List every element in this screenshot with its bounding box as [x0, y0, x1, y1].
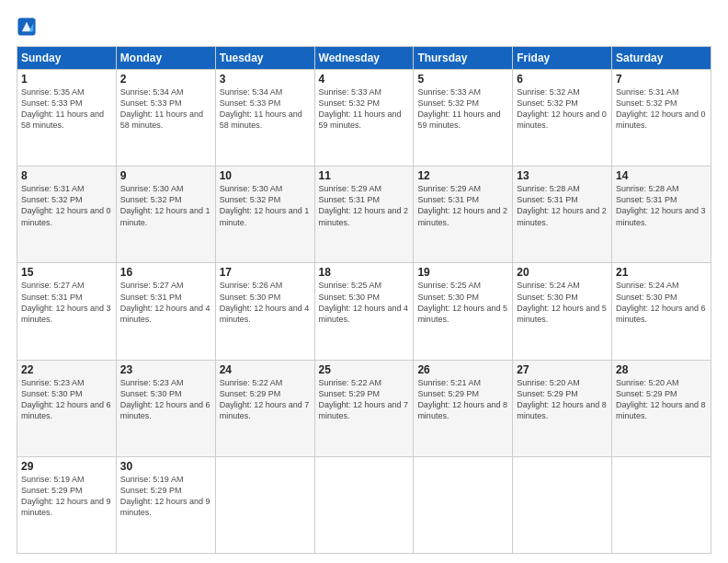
logo [17, 17, 40, 37]
day-number: 2 [120, 73, 211, 86]
calendar-week-2: 8 Sunrise: 5:31 AMSunset: 5:32 PMDayligh… [17, 167, 711, 263]
day-number: 10 [220, 169, 311, 182]
day-info: Sunrise: 5:28 AMSunset: 5:31 PMDaylight:… [517, 183, 608, 228]
day-number: 15 [21, 266, 112, 279]
day-number: 1 [21, 73, 112, 86]
calendar-cell: 24 Sunrise: 5:22 AMSunset: 5:29 PMDaylig… [215, 360, 314, 456]
day-info: Sunrise: 5:25 AMSunset: 5:30 PMDaylight:… [417, 280, 508, 325]
day-header-friday: Friday [513, 47, 612, 70]
day-info: Sunrise: 5:32 AMSunset: 5:32 PMDaylight:… [517, 86, 608, 132]
day-number: 7 [616, 73, 707, 86]
day-info: Sunrise: 5:34 AMSunset: 5:33 PMDaylight:… [220, 86, 311, 132]
day-info: Sunrise: 5:19 AMSunset: 5:29 PMDaylight:… [21, 474, 112, 519]
day-info: Sunrise: 5:22 AMSunset: 5:29 PMDaylight:… [220, 377, 311, 422]
calendar-cell [314, 456, 414, 553]
calendar-cell: 8 Sunrise: 5:31 AMSunset: 5:32 PMDayligh… [17, 167, 117, 263]
calendar-cell: 11 Sunrise: 5:29 AMSunset: 5:31 PMDaylig… [314, 167, 414, 263]
calendar-table: SundayMondayTuesdayWednesdayThursdayFrid… [17, 46, 711, 554]
day-info: Sunrise: 5:30 AMSunset: 5:32 PMDaylight:… [220, 183, 311, 228]
day-number: 19 [417, 266, 508, 279]
calendar-cell: 2 Sunrise: 5:34 AMSunset: 5:33 PMDayligh… [116, 70, 215, 167]
day-number: 16 [120, 266, 211, 279]
calendar-cell: 18 Sunrise: 5:25 AMSunset: 5:30 PMDaylig… [314, 263, 414, 360]
day-info: Sunrise: 5:22 AMSunset: 5:29 PMDaylight:… [319, 377, 410, 422]
calendar-cell: 20 Sunrise: 5:24 AMSunset: 5:30 PMDaylig… [513, 263, 612, 360]
calendar-cell: 30 Sunrise: 5:19 AMSunset: 5:29 PMDaylig… [116, 456, 215, 553]
day-number: 6 [517, 73, 608, 86]
calendar-cell: 12 Sunrise: 5:29 AMSunset: 5:31 PMDaylig… [414, 167, 513, 263]
day-number: 13 [517, 169, 608, 182]
calendar-cell: 25 Sunrise: 5:22 AMSunset: 5:29 PMDaylig… [314, 360, 414, 456]
calendar-cell: 22 Sunrise: 5:23 AMSunset: 5:30 PMDaylig… [17, 360, 117, 456]
day-number: 27 [517, 363, 608, 376]
day-number: 9 [120, 169, 211, 182]
day-info: Sunrise: 5:23 AMSunset: 5:30 PMDaylight:… [120, 377, 211, 422]
day-header-saturday: Saturday [612, 47, 711, 70]
calendar-cell: 17 Sunrise: 5:26 AMSunset: 5:30 PMDaylig… [215, 263, 314, 360]
calendar-header-row: SundayMondayTuesdayWednesdayThursdayFrid… [17, 47, 711, 70]
calendar-cell: 3 Sunrise: 5:34 AMSunset: 5:33 PMDayligh… [215, 70, 314, 167]
calendar-cell: 19 Sunrise: 5:25 AMSunset: 5:30 PMDaylig… [414, 263, 513, 360]
day-header-monday: Monday [116, 47, 215, 70]
calendar-cell [215, 456, 314, 553]
day-number: 14 [616, 169, 707, 182]
day-info: Sunrise: 5:34 AMSunset: 5:33 PMDaylight:… [120, 86, 211, 132]
calendar-cell [513, 456, 612, 553]
day-number: 11 [319, 169, 410, 182]
calendar-cell: 4 Sunrise: 5:33 AMSunset: 5:32 PMDayligh… [314, 70, 414, 167]
calendar-cell: 21 Sunrise: 5:24 AMSunset: 5:30 PMDaylig… [612, 263, 711, 360]
day-info: Sunrise: 5:29 AMSunset: 5:31 PMDaylight:… [319, 183, 410, 228]
calendar-cell: 10 Sunrise: 5:30 AMSunset: 5:32 PMDaylig… [215, 167, 314, 263]
calendar-cell: 29 Sunrise: 5:19 AMSunset: 5:29 PMDaylig… [17, 456, 117, 553]
day-info: Sunrise: 5:27 AMSunset: 5:31 PMDaylight:… [120, 280, 211, 325]
calendar-cell [414, 456, 513, 553]
calendar-cell [612, 456, 711, 553]
calendar-cell: 28 Sunrise: 5:20 AMSunset: 5:29 PMDaylig… [612, 360, 711, 456]
day-info: Sunrise: 5:21 AMSunset: 5:29 PMDaylight:… [417, 377, 508, 422]
calendar-cell: 14 Sunrise: 5:28 AMSunset: 5:31 PMDaylig… [612, 167, 711, 263]
calendar-cell: 23 Sunrise: 5:23 AMSunset: 5:30 PMDaylig… [116, 360, 215, 456]
day-number: 5 [417, 73, 508, 86]
day-info: Sunrise: 5:30 AMSunset: 5:32 PMDaylight:… [120, 183, 211, 228]
day-info: Sunrise: 5:26 AMSunset: 5:30 PMDaylight:… [220, 280, 311, 325]
day-info: Sunrise: 5:31 AMSunset: 5:32 PMDaylight:… [616, 86, 707, 132]
day-info: Sunrise: 5:27 AMSunset: 5:31 PMDaylight:… [21, 280, 112, 325]
day-info: Sunrise: 5:33 AMSunset: 5:32 PMDaylight:… [417, 86, 508, 132]
day-number: 25 [319, 363, 410, 376]
logo-icon [17, 17, 37, 37]
calendar-cell: 9 Sunrise: 5:30 AMSunset: 5:32 PMDayligh… [116, 167, 215, 263]
day-number: 8 [21, 169, 112, 182]
calendar-cell: 13 Sunrise: 5:28 AMSunset: 5:31 PMDaylig… [513, 167, 612, 263]
day-info: Sunrise: 5:33 AMSunset: 5:32 PMDaylight:… [319, 86, 410, 132]
day-header-tuesday: Tuesday [215, 47, 314, 70]
day-info: Sunrise: 5:24 AMSunset: 5:30 PMDaylight:… [517, 280, 608, 325]
day-number: 23 [120, 363, 211, 376]
day-info: Sunrise: 5:24 AMSunset: 5:30 PMDaylight:… [616, 280, 707, 325]
day-number: 20 [517, 266, 608, 279]
calendar-cell: 5 Sunrise: 5:33 AMSunset: 5:32 PMDayligh… [414, 70, 513, 167]
day-info: Sunrise: 5:29 AMSunset: 5:31 PMDaylight:… [417, 183, 508, 228]
day-number: 24 [220, 363, 311, 376]
header [17, 17, 711, 37]
day-info: Sunrise: 5:31 AMSunset: 5:32 PMDaylight:… [21, 183, 112, 228]
calendar-cell: 26 Sunrise: 5:21 AMSunset: 5:29 PMDaylig… [414, 360, 513, 456]
day-number: 26 [417, 363, 508, 376]
calendar-cell: 27 Sunrise: 5:20 AMSunset: 5:29 PMDaylig… [513, 360, 612, 456]
calendar-cell: 6 Sunrise: 5:32 AMSunset: 5:32 PMDayligh… [513, 70, 612, 167]
day-header-wednesday: Wednesday [314, 47, 414, 70]
calendar-cell: 15 Sunrise: 5:27 AMSunset: 5:31 PMDaylig… [17, 263, 117, 360]
day-info: Sunrise: 5:23 AMSunset: 5:30 PMDaylight:… [21, 377, 112, 422]
day-header-sunday: Sunday [17, 47, 117, 70]
day-info: Sunrise: 5:20 AMSunset: 5:29 PMDaylight:… [517, 377, 608, 422]
day-number: 22 [21, 363, 112, 376]
day-info: Sunrise: 5:28 AMSunset: 5:31 PMDaylight:… [616, 183, 707, 228]
day-info: Sunrise: 5:25 AMSunset: 5:30 PMDaylight:… [319, 280, 410, 325]
day-number: 4 [319, 73, 410, 86]
calendar-cell: 1 Sunrise: 5:35 AMSunset: 5:33 PMDayligh… [17, 70, 117, 167]
day-number: 30 [120, 460, 211, 473]
day-number: 18 [319, 266, 410, 279]
day-number: 17 [220, 266, 311, 279]
day-number: 29 [21, 460, 112, 473]
day-number: 12 [417, 169, 508, 182]
day-number: 3 [220, 73, 311, 86]
